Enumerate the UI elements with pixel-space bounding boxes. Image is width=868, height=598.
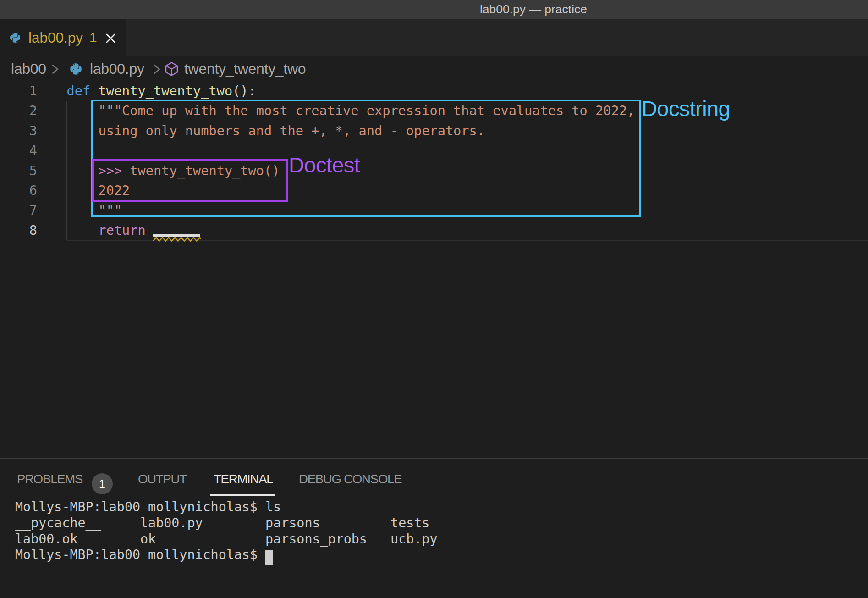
terminal-line: Mollys-MBP:lab00 mollynicholas$ [15, 547, 437, 563]
terminal-line: Mollys-MBP:lab00 mollynicholas$ ls [15, 499, 437, 515]
symbol-cube-icon [164, 61, 179, 77]
code-text: def twenty_twenty_two(): [67, 81, 256, 101]
warning-squiggle [153, 236, 201, 243]
doctest-annotation-label: Doctest [289, 154, 360, 176]
active-panel-tab-underline [210, 494, 275, 496]
title-bar: lab00.py — practice [0, 0, 868, 19]
python-breadcrumb-icon [69, 62, 82, 76]
line-number: 8 [0, 221, 37, 240]
breadcrumb-file[interactable]: lab00.py [90, 56, 144, 81]
line-number: 7 [0, 200, 37, 220]
terminal-line: __pycache__ lab00.py parsons tests [15, 515, 437, 532]
chevron-right-icon [48, 62, 62, 76]
terminal-output[interactable]: Mollys-MBP:lab00 mollynicholas$ ls__pyca… [15, 499, 437, 563]
token: ______ [154, 222, 201, 238]
panel-tab-output[interactable]: OUTPUT [138, 473, 187, 486]
window-title: lab00.py — practice [480, 0, 587, 19]
line-number: 3 [0, 121, 37, 141]
panel-tab-debug-console[interactable]: DEBUG CONSOLE [299, 473, 401, 486]
chevron-right-icon [150, 62, 164, 76]
panel-tab-terminal[interactable]: TERMINAL [214, 473, 273, 486]
terminal-line: lab00.ok ok parsons_probs ucb.py [15, 532, 437, 548]
tab-lab00py[interactable]: lab00.py 1 [0, 19, 126, 56]
python-file-icon [9, 32, 21, 44]
line-number: 5 [0, 161, 37, 181]
terminal-cursor [265, 550, 273, 565]
bottom-panel: PROBLEMS 1 OUTPUT TERMINAL DEBUG CONSOLE… [0, 458, 868, 598]
doctest-annotation-box [92, 159, 288, 202]
tab-file-name[interactable]: lab00.py [28, 19, 83, 56]
editor-tab-bar: lab00.py 1 [0, 19, 868, 56]
breadcrumb-folder[interactable]: lab00 [11, 56, 46, 81]
code-line-8[interactable]: 8 return ______ [0, 221, 868, 240]
problems-count-badge: 1 [92, 473, 113, 494]
panel-tab-problems[interactable]: PROBLEMS [17, 473, 82, 486]
token: (): [232, 83, 256, 99]
line-number: 4 [0, 141, 37, 161]
line-number: 2 [0, 101, 37, 121]
breadcrumb-symbol[interactable]: twenty_twenty_two [184, 56, 306, 81]
line-number: 1 [0, 81, 37, 101]
breadcrumb: lab00 lab00.py twenty_twenty_two [0, 56, 868, 81]
code-line-1[interactable]: 1def twenty_twenty_two(): [0, 81, 868, 101]
tab-close-icon[interactable] [105, 33, 116, 44]
tab-problem-count: 1 [89, 19, 97, 56]
line-number: 6 [0, 181, 37, 200]
token: return [67, 222, 154, 238]
token: twenty_twenty_two [98, 83, 232, 99]
docstring-annotation-label: Docstring [642, 98, 730, 119]
token: def [67, 83, 99, 99]
